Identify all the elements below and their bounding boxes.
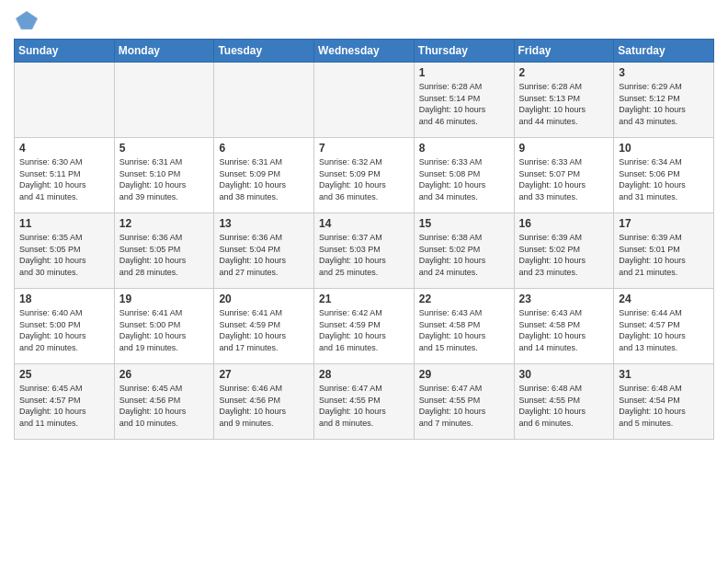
calendar-cell: 6Sunrise: 6:31 AMSunset: 5:09 PMDaylight… (214, 138, 314, 213)
calendar-cell: 4Sunrise: 6:30 AMSunset: 5:11 PMDaylight… (15, 138, 115, 213)
cell-text-line: and 46 minutes. (419, 116, 509, 128)
weekday-header-friday: Friday (514, 40, 614, 63)
cell-text-line: Daylight: 10 hours (19, 255, 109, 267)
cell-text-line: and 30 minutes. (19, 267, 109, 279)
day-number: 13 (219, 217, 309, 230)
calendar-header: SundayMondayTuesdayWednesdayThursdayFrid… (15, 40, 714, 63)
calendar-cell: 3Sunrise: 6:29 AMSunset: 5:12 PMDaylight… (614, 63, 714, 138)
cell-text-line: and 20 minutes. (19, 342, 109, 354)
day-number: 15 (419, 217, 509, 230)
calendar-table: SundayMondayTuesdayWednesdayThursdayFrid… (14, 39, 714, 440)
cell-text-line: Daylight: 10 hours (419, 255, 509, 267)
cell-text-line: Sunrise: 6:42 AM (319, 307, 409, 319)
cell-text-line: and 7 minutes. (419, 418, 509, 430)
day-number: 22 (419, 293, 509, 305)
cell-text-line: Daylight: 10 hours (419, 330, 509, 342)
cell-text-line: and 43 minutes. (619, 116, 709, 128)
day-number: 17 (619, 217, 709, 230)
cell-text-line: Sunrise: 6:47 AM (419, 383, 509, 395)
cell-text-line: Sunset: 4:56 PM (119, 395, 210, 407)
cell-text-line: Sunrise: 6:36 AM (119, 232, 210, 244)
weekday-header-wednesday: Wednesday (314, 40, 415, 63)
calendar-cell: 10Sunrise: 6:34 AMSunset: 5:06 PMDayligh… (614, 138, 714, 213)
cell-text-line: Daylight: 10 hours (119, 406, 210, 418)
cell-text-line: Sunset: 4:54 PM (619, 395, 709, 407)
cell-text-line: and 9 minutes. (219, 418, 309, 430)
cell-text-line: Sunrise: 6:48 AM (619, 383, 709, 395)
calendar-cell: 31Sunrise: 6:48 AMSunset: 4:54 PMDayligh… (614, 364, 714, 440)
cell-text-line: Sunrise: 6:33 AM (519, 156, 609, 168)
cell-text-line: Sunrise: 6:29 AM (619, 81, 709, 93)
cell-text-line: Daylight: 10 hours (19, 179, 109, 191)
calendar-cell: 20Sunrise: 6:41 AMSunset: 4:59 PMDayligh… (214, 289, 314, 364)
cell-text-line: and 33 minutes. (519, 191, 609, 203)
day-number: 29 (419, 368, 509, 381)
cell-text-line: Sunset: 5:05 PM (19, 244, 109, 256)
cell-text-line: and 13 minutes. (619, 342, 709, 354)
cell-text-line: and 10 minutes. (119, 418, 210, 430)
day-number: 21 (319, 293, 409, 305)
calendar-cell (214, 63, 314, 138)
cell-text-line: Daylight: 10 hours (619, 406, 709, 418)
calendar-cell: 23Sunrise: 6:43 AMSunset: 4:58 PMDayligh… (514, 289, 614, 364)
cell-text-line: Daylight: 10 hours (619, 255, 709, 267)
day-number: 8 (419, 142, 509, 155)
cell-text-line: Sunset: 5:00 PM (119, 319, 210, 331)
cell-text-line: Daylight: 10 hours (419, 104, 509, 116)
cell-text-line: Daylight: 10 hours (119, 330, 210, 342)
cell-text-line: Daylight: 10 hours (219, 406, 309, 418)
page-header (14, 9, 714, 31)
cell-text-line: Sunset: 5:03 PM (319, 244, 409, 256)
cell-text-line: Sunset: 5:02 PM (519, 244, 609, 256)
cell-text-line: and 17 minutes. (219, 342, 309, 354)
calendar-cell: 15Sunrise: 6:38 AMSunset: 5:02 PMDayligh… (414, 213, 514, 289)
day-number: 28 (319, 368, 409, 381)
day-number: 11 (19, 217, 109, 230)
cell-text-line: Sunset: 5:10 PM (119, 168, 210, 180)
cell-text-line: Sunrise: 6:43 AM (519, 307, 609, 319)
day-number: 20 (219, 293, 309, 305)
cell-text-line: and 21 minutes. (619, 267, 709, 279)
cell-text-line: Daylight: 10 hours (219, 179, 309, 191)
cell-text-line: Sunset: 4:55 PM (419, 395, 509, 407)
cell-text-line: and 8 minutes. (319, 418, 409, 430)
cell-text-line: Sunset: 5:09 PM (219, 168, 309, 180)
calendar-cell: 17Sunrise: 6:39 AMSunset: 5:01 PMDayligh… (614, 213, 714, 289)
cell-text-line: Sunset: 5:06 PM (619, 168, 709, 180)
cell-text-line: Sunrise: 6:34 AM (619, 156, 709, 168)
calendar-week-row: 18Sunrise: 6:40 AMSunset: 5:00 PMDayligh… (15, 289, 714, 364)
cell-text-line: and 15 minutes. (419, 342, 509, 354)
calendar-cell: 7Sunrise: 6:32 AMSunset: 5:09 PMDaylight… (314, 138, 415, 213)
cell-text-line: Sunrise: 6:46 AM (219, 383, 309, 395)
weekday-header-sunday: Sunday (15, 40, 115, 63)
cell-text-line: Sunset: 4:57 PM (19, 395, 109, 407)
calendar-cell: 2Sunrise: 6:28 AMSunset: 5:13 PMDaylight… (514, 63, 614, 138)
cell-text-line: and 23 minutes. (519, 267, 609, 279)
cell-text-line: Sunrise: 6:44 AM (619, 307, 709, 319)
cell-text-line: Sunrise: 6:47 AM (319, 383, 409, 395)
cell-text-line: and 25 minutes. (319, 267, 409, 279)
cell-text-line: Sunrise: 6:39 AM (619, 232, 709, 244)
cell-text-line: Sunset: 4:58 PM (519, 319, 609, 331)
calendar-cell: 19Sunrise: 6:41 AMSunset: 5:00 PMDayligh… (114, 289, 214, 364)
cell-text-line: Sunset: 5:08 PM (419, 168, 509, 180)
calendar-cell: 11Sunrise: 6:35 AMSunset: 5:05 PMDayligh… (15, 213, 115, 289)
calendar-week-row: 4Sunrise: 6:30 AMSunset: 5:11 PMDaylight… (15, 138, 714, 213)
day-number: 7 (319, 142, 409, 155)
day-number: 10 (619, 142, 709, 155)
cell-text-line: Daylight: 10 hours (319, 330, 409, 342)
cell-text-line: Sunrise: 6:45 AM (119, 383, 210, 395)
cell-text-line: Daylight: 10 hours (319, 255, 409, 267)
day-number: 30 (519, 368, 609, 381)
cell-text-line: Sunset: 5:11 PM (19, 168, 109, 180)
cell-text-line: Sunrise: 6:45 AM (19, 383, 109, 395)
cell-text-line: Sunrise: 6:28 AM (519, 81, 609, 93)
calendar-cell: 13Sunrise: 6:36 AMSunset: 5:04 PMDayligh… (214, 213, 314, 289)
day-number: 9 (519, 142, 609, 155)
cell-text-line: Daylight: 10 hours (119, 255, 210, 267)
weekday-header-saturday: Saturday (614, 40, 714, 63)
cell-text-line: Daylight: 10 hours (419, 406, 509, 418)
cell-text-line: Daylight: 10 hours (319, 406, 409, 418)
cell-text-line: Daylight: 10 hours (419, 179, 509, 191)
cell-text-line: and 36 minutes. (319, 191, 409, 203)
